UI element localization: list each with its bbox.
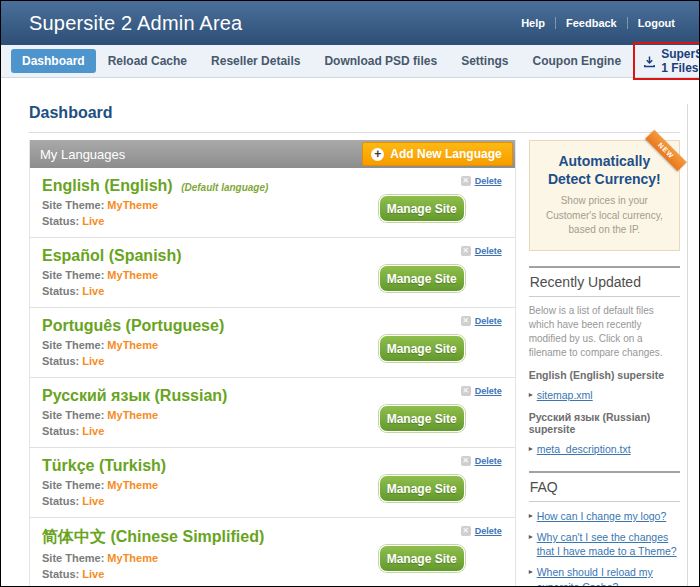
- file-link-sitemap[interactable]: sitemap.xml: [537, 388, 593, 402]
- status-value: Live: [82, 355, 104, 367]
- arrow-bullet-icon: ▸: [529, 509, 533, 522]
- delete-icon: ✕: [461, 386, 471, 396]
- site-theme-value: MyTheme: [107, 199, 158, 211]
- annotation-highlight: SuperSite 1 Files: [633, 42, 700, 80]
- supersite-1-files-label: SuperSite 1 Files: [661, 47, 700, 75]
- manage-site-button[interactable]: Manage Site: [379, 335, 465, 362]
- arrow-bullet-icon: ▸: [529, 530, 533, 543]
- app-title: Supersite 2 Admin Area: [29, 12, 511, 35]
- language-name: Português (Portuguese): [42, 317, 224, 334]
- help-link[interactable]: Help: [511, 17, 555, 29]
- tab-settings[interactable]: Settings: [449, 49, 520, 73]
- status-value: Live: [82, 568, 104, 580]
- delete-link[interactable]: ✕ Delete: [461, 246, 502, 256]
- site-theme-label: Site Theme:: [42, 409, 104, 421]
- delete-label: Delete: [475, 526, 502, 536]
- top-header: Supersite 2 Admin Area Help Feedback Log…: [1, 1, 699, 45]
- faq-link-reload-cache[interactable]: When should I reload my supersite Cache?: [537, 565, 680, 587]
- language-row-spanish: Español (Spanish) Site Theme:MyTheme Sta…: [30, 238, 515, 308]
- delete-icon: ✕: [461, 526, 471, 536]
- file-group-heading: English (English) supersite: [529, 369, 680, 381]
- recently-updated-section: Recently Updated Below is a list of defa…: [529, 266, 680, 456]
- currency-promo-title: Automatically Detect Currency!: [538, 153, 671, 188]
- faq-section: FAQ ▸ How can I change my logo? ▸ Why ca…: [529, 471, 680, 587]
- status-value: Live: [82, 495, 104, 507]
- delete-icon: ✕: [461, 456, 471, 466]
- status-label: Status:: [42, 568, 79, 580]
- delete-label: Delete: [475, 246, 502, 256]
- language-name: Русский язык (Russian): [42, 387, 227, 404]
- language-name: English (English): [42, 177, 173, 194]
- language-row-portuguese: Português (Portuguese) Site Theme:MyThem…: [30, 308, 515, 378]
- app-window: Supersite 2 Admin Area Help Feedback Log…: [0, 0, 700, 587]
- arrow-bullet-icon: ▸: [529, 442, 533, 455]
- faq-link-change-logo[interactable]: How can I change my logo?: [537, 509, 667, 523]
- feedback-link[interactable]: Feedback: [556, 17, 627, 29]
- delete-link[interactable]: ✕ Delete: [461, 316, 502, 326]
- header-links: Help Feedback Logout: [511, 17, 685, 29]
- status-label: Status:: [42, 425, 79, 437]
- tab-reseller-details[interactable]: Reseller Details: [199, 49, 312, 73]
- delete-icon: ✕: [461, 246, 471, 256]
- add-new-language-label: Add New Language: [390, 147, 501, 161]
- arrow-bullet-icon: ▸: [529, 565, 533, 578]
- site-theme-label: Site Theme:: [42, 479, 104, 491]
- faq-link-theme-changes[interactable]: Why can't I see the changes that I have …: [537, 530, 680, 558]
- page-title: Dashboard: [29, 104, 680, 122]
- delete-link[interactable]: ✕ Delete: [461, 456, 502, 466]
- supersite-1-files-button[interactable]: SuperSite 1 Files: [643, 47, 700, 75]
- arrow-bullet-icon: ▸: [529, 388, 533, 401]
- my-languages-header: My Languages + Add New Language: [30, 140, 515, 168]
- add-new-language-button[interactable]: + Add New Language: [362, 142, 512, 166]
- default-language-note: (Default language): [181, 182, 268, 193]
- delete-link[interactable]: ✕ Delete: [461, 176, 502, 186]
- site-theme-label: Site Theme:: [42, 199, 104, 211]
- delete-label: Delete: [475, 316, 502, 326]
- file-link-meta-description[interactable]: meta_description.txt: [537, 442, 631, 456]
- logout-link[interactable]: Logout: [628, 17, 685, 29]
- status-value: Live: [82, 425, 104, 437]
- content-area: Dashboard My Languages + Add New Languag…: [1, 104, 688, 587]
- status-label: Status:: [42, 355, 79, 367]
- status-value: Live: [82, 285, 104, 297]
- delete-label: Delete: [475, 176, 502, 186]
- currency-promo-box[interactable]: NEW Automatically Detect Currency! Show …: [529, 140, 680, 251]
- tab-download-psd-files[interactable]: Download PSD files: [312, 49, 449, 73]
- delete-icon: ✕: [461, 176, 471, 186]
- tab-dashboard[interactable]: Dashboard: [11, 49, 96, 73]
- panel-title: My Languages: [40, 147, 125, 162]
- recently-updated-title: Recently Updated: [529, 268, 680, 297]
- plus-icon: +: [371, 148, 384, 161]
- tab-coupon-engine[interactable]: Coupon Engine: [520, 49, 633, 73]
- site-theme-label: Site Theme:: [42, 269, 104, 281]
- tab-reload-cache[interactable]: Reload Cache: [96, 49, 199, 73]
- manage-site-button[interactable]: Manage Site: [379, 265, 465, 292]
- site-theme-label: Site Theme:: [42, 552, 104, 564]
- file-group-heading: Русский язык (Russian) supersite: [529, 411, 680, 435]
- language-row-chinese-simplified: 简体中文 (Chinese Simplified) Site Theme:MyT…: [30, 518, 515, 587]
- language-row-english: English (English) (Default language) Sit…: [30, 168, 515, 238]
- delete-label: Delete: [475, 456, 502, 466]
- manage-site-button[interactable]: Manage Site: [379, 475, 465, 502]
- manage-site-button[interactable]: Manage Site: [379, 405, 465, 432]
- delete-label: Delete: [475, 386, 502, 396]
- status-label: Status:: [42, 285, 79, 297]
- language-name: Türkçe (Turkish): [42, 457, 166, 474]
- status-label: Status:: [42, 215, 79, 227]
- site-theme-value: MyTheme: [107, 269, 158, 281]
- delete-link[interactable]: ✕ Delete: [461, 386, 502, 396]
- site-theme-label: Site Theme:: [42, 339, 104, 351]
- language-name: Español (Spanish): [42, 247, 182, 264]
- manage-site-button[interactable]: Manage Site: [379, 545, 465, 572]
- status-label: Status:: [42, 495, 79, 507]
- delete-link[interactable]: ✕ Delete: [461, 526, 502, 536]
- recently-updated-intro: Below is a list of default files which h…: [529, 304, 680, 360]
- site-theme-value: MyTheme: [107, 409, 158, 421]
- language-row-russian: Русский язык (Russian) Site Theme:MyThem…: [30, 378, 515, 448]
- currency-promo-body: Show prices in your Customer's local cur…: [538, 194, 671, 238]
- faq-title: FAQ: [529, 473, 680, 502]
- my-languages-panel: My Languages + Add New Language English …: [29, 140, 516, 587]
- status-value: Live: [82, 215, 104, 227]
- manage-site-button[interactable]: Manage Site: [379, 195, 465, 222]
- site-theme-value: MyTheme: [107, 552, 158, 564]
